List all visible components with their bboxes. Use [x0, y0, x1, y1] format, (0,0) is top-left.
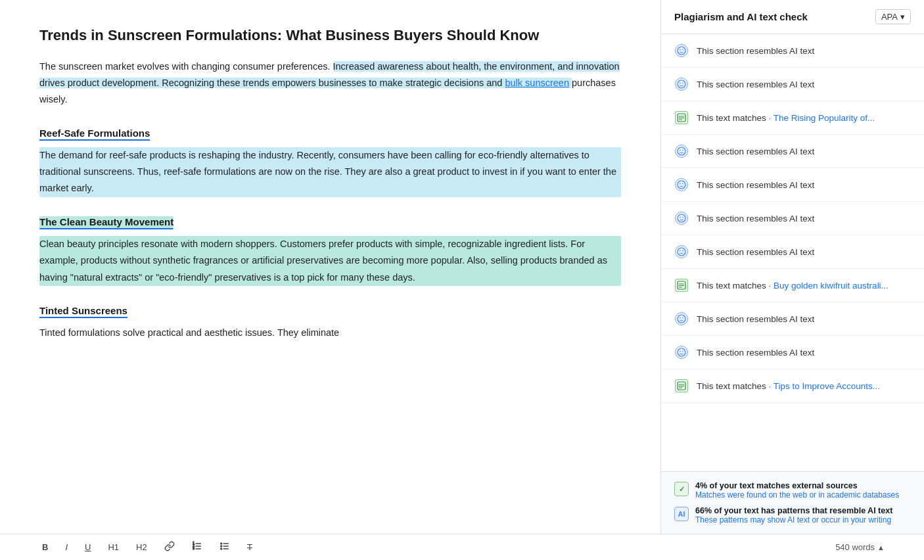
svg-point-13 [678, 181, 685, 189]
ai-icon-1 [675, 44, 688, 57]
link-button[interactable] [162, 540, 177, 555]
svg-point-0 [678, 47, 685, 55]
check-item-11[interactable]: This text matches · Tips to Improve Acco… [661, 369, 924, 403]
svg-point-15 [682, 183, 683, 185]
check-item-10[interactable]: This section resembles AI text [661, 336, 924, 369]
match-icon-3 [675, 111, 688, 124]
check-item-2[interactable]: This section resembles AI text [661, 68, 924, 101]
editor-toolbar: B I U H1 H2 1 2 3 T̶ 540 words ▲ [0, 534, 924, 560]
svg-point-31 [682, 351, 683, 352]
svg-point-46 [220, 546, 221, 547]
section2-text: Clean beauty principles resonate with mo… [39, 236, 621, 286]
ai-stat-icon: AI [674, 507, 689, 521]
checks-list: This section resembles AI textThis secti… [661, 34, 924, 471]
clear-format-button[interactable]: T̶ [244, 541, 255, 553]
check-item-9[interactable]: This section resembles AI text [661, 302, 924, 336]
match-icon-8 [675, 279, 688, 292]
svg-point-11 [680, 150, 681, 151]
svg-point-28 [682, 317, 683, 319]
svg-text:3: 3 [193, 547, 195, 550]
ai-icon-5 [675, 178, 688, 191]
h2-button[interactable]: H2 [133, 541, 150, 553]
section3-text: Tinted formulations solve practical and … [39, 325, 621, 341]
svg-point-20 [680, 250, 681, 252]
svg-point-1 [680, 49, 681, 51]
svg-point-2 [682, 49, 683, 51]
ai-stat: AI 66% of your text has patterns that re… [674, 506, 911, 525]
italic-button[interactable]: I [62, 541, 70, 553]
ai-icon-7 [675, 245, 688, 258]
section3-heading: Tinted Sunscreens [39, 300, 621, 325]
svg-point-4 [680, 83, 681, 84]
section2-heading: The Clean Beauty Movement [39, 212, 621, 236]
right-panel: Plagiarism and AI text check APA ▾ This … [661, 0, 924, 534]
svg-point-16 [678, 214, 685, 222]
svg-point-14 [680, 183, 681, 185]
ordered-list-button[interactable]: 1 2 3 [189, 540, 205, 555]
svg-point-19 [678, 248, 685, 256]
editor-panel: Trends in Sunscreen Formulations: What B… [0, 0, 661, 534]
check-item-7[interactable]: This section resembles AI text [661, 235, 924, 269]
underline-button[interactable]: U [82, 541, 93, 553]
check-item-4[interactable]: This section resembles AI text [661, 135, 924, 168]
check-item-3[interactable]: This text matches · The Rising Popularit… [661, 101, 924, 135]
svg-point-18 [682, 217, 683, 218]
ai-icon-2 [675, 78, 688, 91]
svg-point-12 [682, 150, 683, 151]
plagiarism-stat-icon: ✓ [674, 482, 689, 496]
svg-point-47 [220, 548, 221, 549]
intro-text-1: The sunscreen market evolves with changi… [39, 61, 330, 72]
ai-icon-4 [675, 145, 688, 158]
intro-paragraph: The sunscreen market evolves with changi… [39, 58, 621, 108]
check-item-8[interactable]: This text matches · Buy golden kiwifruit… [661, 269, 924, 302]
document-title: Trends in Sunscreen Formulations: What B… [39, 26, 621, 45]
check-item-1[interactable]: This section resembles AI text [661, 34, 924, 68]
ai-icon-6 [675, 212, 688, 225]
apa-dropdown[interactable]: APA ▾ [875, 9, 911, 24]
plagiarism-stat-text: 4% of your text matches external sources… [695, 481, 899, 500]
svg-point-29 [678, 348, 685, 356]
match-icon-11 [675, 379, 688, 392]
svg-point-27 [680, 317, 681, 319]
check-item-6[interactable]: This section resembles AI text [661, 202, 924, 235]
svg-point-30 [680, 351, 681, 352]
svg-point-21 [682, 250, 683, 252]
svg-point-17 [680, 217, 681, 218]
unordered-list-button[interactable] [217, 540, 233, 555]
right-panel-title: Plagiarism and AI text check [674, 11, 808, 22]
svg-point-26 [678, 315, 685, 323]
ai-icon-9 [675, 312, 688, 325]
h1-button[interactable]: H1 [105, 541, 122, 553]
right-panel-footer: ✓ 4% of your text matches external sourc… [661, 471, 924, 534]
svg-point-3 [678, 80, 685, 88]
bulk-sunscreen-link[interactable]: bulk sunscreen [505, 78, 569, 88]
word-count-arrow[interactable]: ▲ [877, 544, 885, 551]
ai-icon-10 [675, 346, 688, 359]
check-item-5[interactable]: This section resembles AI text [661, 168, 924, 202]
section1-text: The demand for reef-safe products is res… [39, 147, 621, 197]
section1-heading: Reef-Safe Formulations [39, 123, 621, 147]
ai-stat-text: 66% of your text has patterns that resem… [695, 506, 892, 525]
bold-button[interactable]: B [39, 541, 51, 553]
svg-point-10 [678, 147, 685, 155]
word-count: 540 words ▲ [835, 542, 885, 552]
right-panel-header: Plagiarism and AI text check APA ▾ [661, 0, 924, 34]
plagiarism-stat: ✓ 4% of your text matches external sourc… [674, 481, 911, 500]
svg-point-5 [682, 83, 683, 84]
svg-point-45 [220, 543, 221, 544]
